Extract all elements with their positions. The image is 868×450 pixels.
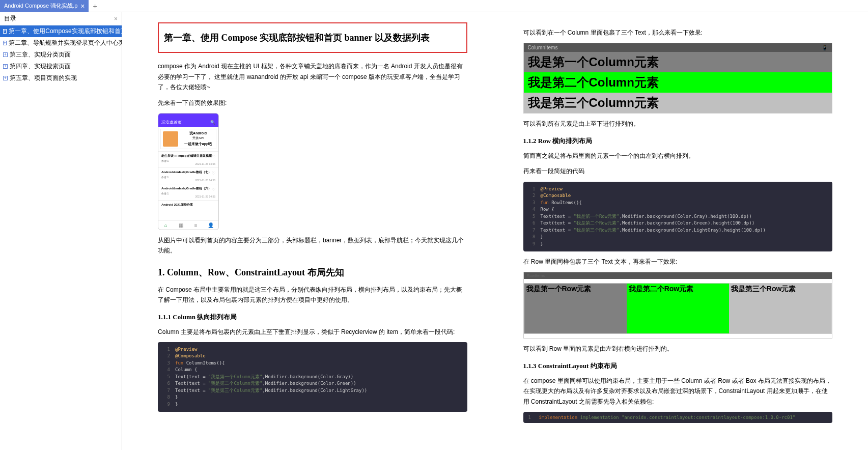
toc-item-ch2[interactable]: +第二章、导航规整并实现登录页个人中心页 bbox=[0, 37, 122, 49]
phone-screenshot: 玩安卓首页 🔍 玩Android 开放API 一起来做个app吧 ♡老生常谈-F… bbox=[158, 113, 219, 230]
expand-icon[interactable]: + bbox=[3, 52, 8, 57]
list-icon: ≡ bbox=[188, 221, 204, 230]
code-block-column: 1@Preview2@Composable3fun ColumnItems(){… bbox=[158, 342, 467, 412]
paragraph: 简而言之就是将布局里面的元素一个一个的由左到右横向排列。 bbox=[523, 151, 833, 161]
after-image-paragraph: 从图片中可以看到首页的内容主要分为三部分，头部标题栏，banner，数据列表，底… bbox=[158, 235, 467, 256]
toc-sidebar: 目录 × +第一章、使用Compose实现底部按钮和首页 +第二章、导航规整并实… bbox=[0, 12, 122, 450]
intro-paragraph: compose 作为 Android 现在主推的 UI 框架，各种文章铺天盖地的… bbox=[158, 61, 467, 92]
expand-icon[interactable]: + bbox=[3, 64, 8, 69]
paragraph: 在 compose 里面同样可以使用约束布局，主要主用于一些 Column 或者… bbox=[523, 376, 833, 407]
close-icon[interactable]: × bbox=[80, 2, 85, 10]
toc-item-ch5[interactable]: +第五章、项目页面的实现 bbox=[0, 72, 122, 84]
intro-paragraph-2: 先来看一下首页的效果图: bbox=[158, 98, 467, 108]
toc-list: +第一章、使用Compose实现底部按钮和首页 +第二章、导航规整并实现登录页个… bbox=[0, 25, 122, 84]
toc-item-ch1[interactable]: +第一章、使用Compose实现底部按钮和首页 bbox=[0, 25, 122, 37]
search-icon: 🔍 bbox=[210, 120, 215, 125]
subsection-heading: 1.1.3 ConstraintLayout 约束布局 bbox=[523, 361, 833, 371]
document-content[interactable]: 第一章、使用 Compose 实现底部按钮和首页 banner 以及数据列表 c… bbox=[122, 12, 868, 450]
toc-close-icon[interactable]: × bbox=[114, 15, 118, 22]
paragraph: 可以看到所有元素是由上至下进行排列的。 bbox=[523, 119, 833, 129]
page-2: 可以看到在一个 Column 里面包裹了三个 Text，那么来看一下效果: Co… bbox=[503, 12, 853, 450]
expand-icon[interactable]: + bbox=[3, 76, 8, 80]
subsection-paragraph: Column 主要是将布局包裹内的元素由上至下垂直排列显示，类似于 Recycl… bbox=[158, 327, 467, 337]
home-icon: ⌂ bbox=[158, 221, 174, 230]
tab-title: Android Compose 强化实战.p bbox=[4, 2, 77, 10]
paragraph: 可以看到 Row 里面的元素是由左到右横向进行排列的。 bbox=[523, 344, 833, 354]
expand-icon[interactable]: + bbox=[3, 41, 7, 45]
add-tab-button[interactable]: + bbox=[89, 2, 101, 10]
chapter-title: 第一章、使用 Compose 实现底部按钮和首页 banner 以及数据列表 bbox=[164, 30, 461, 46]
toc-header: 目录 × bbox=[0, 12, 122, 25]
document-tab[interactable]: Android Compose 强化实战.p × bbox=[0, 0, 89, 12]
user-icon: 👤 bbox=[204, 221, 219, 230]
toc-title: 目录 bbox=[4, 14, 16, 23]
section-paragraph: 在 Compose 布局中主要常用的就是这三个布局，分别代表纵向排列布局，横向排… bbox=[158, 285, 467, 305]
toc-item-ch3[interactable]: +第三章、实现分类页面 bbox=[0, 49, 122, 61]
paragraph: 在 Row 里面同样包裹了三个 Text 文本，再来看一下效果: bbox=[523, 257, 833, 267]
toc-item-ch4[interactable]: +第四章、实现搜索页面 bbox=[0, 61, 122, 72]
tab-bar: Android Compose 强化实战.p × + bbox=[0, 0, 868, 12]
section-heading: 1. Column、Row、ConstraintLayout 布局先知 bbox=[158, 266, 467, 278]
paragraph: 再来看一段简短的代码 bbox=[523, 166, 833, 176]
chapter-title-box: 第一章、使用 Compose 实现底部按钮和首页 banner 以及数据列表 bbox=[158, 22, 467, 53]
dependency-code: 1 implementation implementation "android… bbox=[523, 412, 833, 423]
grid-icon: ▦ bbox=[174, 221, 189, 230]
subsection-heading: 1.1.2 Row 横向排列布局 bbox=[523, 136, 833, 146]
subsection-heading: 1.1.1 Column 纵向排列布局 bbox=[158, 313, 467, 322]
code-block-row: 1@Preview2@Composable3fun RowItems(){4 R… bbox=[523, 182, 833, 252]
row-preview: RowItems 我是第一个Row元素 我是第二个Row元素 我是第三个Row元… bbox=[523, 272, 833, 339]
page-1: 第一章、使用 Compose 实现底部按钮和首页 banner 以及数据列表 c… bbox=[137, 12, 488, 450]
column-preview: ColumnItems📱 我是第一个Column元素 我是第二个Column元素… bbox=[523, 43, 833, 114]
expand-icon[interactable]: + bbox=[3, 29, 7, 34]
paragraph: 可以看到在一个 Column 里面包裹了三个 Text，那么来看一下效果: bbox=[523, 27, 833, 38]
phone-icon: 📱 bbox=[822, 45, 828, 50]
